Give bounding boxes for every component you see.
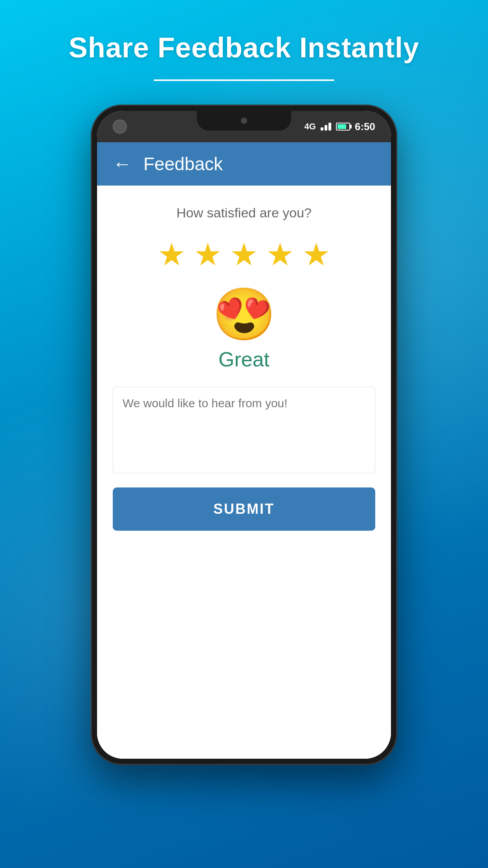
time-display: 6:50 (355, 121, 375, 133)
signal-label: 4G (305, 121, 316, 132)
phone-mockup: 4G 6:50 ← Feedback (91, 105, 397, 765)
signal-bar-2 (325, 125, 327, 131)
app-bar: ← Feedback (97, 142, 391, 186)
screen-inner: 4G 6:50 ← Feedback (97, 111, 391, 759)
back-button[interactable]: ← (113, 154, 132, 173)
star-3[interactable]: ★ (230, 236, 258, 273)
app-bar-title: Feedback (143, 153, 223, 175)
status-bar-right: 4G 6:50 (305, 121, 375, 133)
submit-button[interactable]: SUBMIT (113, 487, 375, 531)
star-4[interactable]: ★ (266, 236, 294, 273)
content-area: How satisfied are you? ★ ★ ★ ★ ★ 😍 Great… (97, 186, 391, 759)
signal-bar-1 (321, 127, 323, 131)
camera-icon (113, 120, 127, 134)
battery-fill (338, 124, 346, 129)
star-1[interactable]: ★ (158, 236, 186, 273)
emoji-display: 😍 (212, 289, 276, 340)
status-bar: 4G 6:50 (97, 111, 391, 142)
signal-icon (321, 123, 331, 131)
phone-screen: 4G 6:50 ← Feedback (97, 111, 391, 759)
status-bar-left (113, 120, 127, 134)
header-divider (154, 79, 334, 81)
satisfaction-question: How satisfied are you? (176, 205, 312, 221)
rating-label: Great (218, 348, 270, 371)
notch-dot (241, 118, 247, 124)
feedback-textarea[interactable] (113, 387, 375, 473)
page-header: Share Feedback Instantly (69, 31, 419, 64)
star-2[interactable]: ★ (194, 236, 222, 273)
notch (197, 111, 291, 131)
page-title: Share Feedback Instantly (69, 31, 419, 64)
stars-row: ★ ★ ★ ★ ★ (158, 236, 330, 273)
battery-icon (336, 123, 350, 131)
star-5[interactable]: ★ (302, 236, 330, 273)
signal-bar-3 (328, 123, 331, 131)
